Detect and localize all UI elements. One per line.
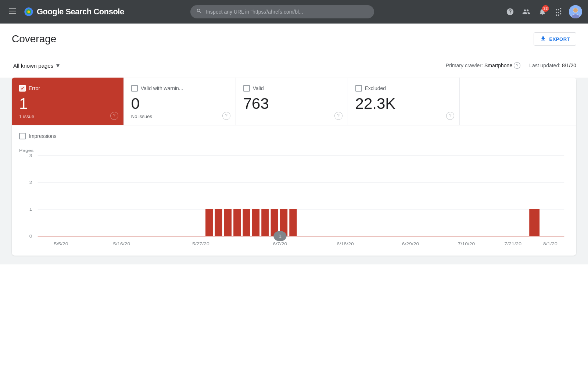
excluded-checkbox[interactable] <box>355 85 362 92</box>
export-button[interactable]: EXPORT <box>534 32 576 46</box>
svg-rect-21 <box>205 209 213 236</box>
search-icon <box>196 8 202 15</box>
svg-rect-24 <box>233 209 241 236</box>
error-sub: 1 issue <box>19 114 116 119</box>
valid-help-icon[interactable]: ? <box>334 112 343 120</box>
coverage-chart: Pages 3 2 1 0 <box>19 147 569 250</box>
primary-crawler-info: Primary crawler: Smartphone ? <box>446 62 520 69</box>
error-count: 1 <box>19 96 116 111</box>
svg-rect-27 <box>261 209 269 236</box>
valid-warning-card-label: Valid with warnin... <box>141 85 183 91</box>
svg-text:2: 2 <box>29 180 32 185</box>
app-name: Google Search Console <box>37 7 124 17</box>
svg-point-5 <box>28 11 30 13</box>
error-card-header: Error <box>19 85 116 92</box>
svg-rect-26 <box>252 209 259 236</box>
valid-warning-count: 0 <box>131 96 228 111</box>
svg-rect-25 <box>243 209 250 236</box>
filter-meta: Primary crawler: Smartphone ? Last updat… <box>446 62 576 69</box>
valid-warning-status-card[interactable]: Valid with warnin... 0 No issues ? <box>124 78 236 125</box>
error-card-label: Error <box>29 85 40 91</box>
svg-text:6/29/20: 6/29/20 <box>402 242 419 246</box>
excluded-help-icon[interactable]: ? <box>446 112 454 120</box>
status-cards: Error 1 1 issue ? Valid with warnin... 0… <box>12 78 576 125</box>
error-checkbox[interactable] <box>19 85 26 92</box>
valid-checkbox[interactable] <box>243 85 250 92</box>
last-updated-info: Last updated: 8/1/20 <box>529 63 576 68</box>
primary-crawler-value: Smartphone <box>484 63 512 68</box>
svg-text:Pages: Pages <box>19 148 34 153</box>
excluded-status-card[interactable]: Excluded 22.3K ? <box>348 78 460 125</box>
hamburger-menu-icon[interactable] <box>6 4 19 19</box>
valid-status-card[interactable]: Valid 763 ? <box>236 78 348 125</box>
search-input[interactable] <box>206 9 368 15</box>
primary-crawler-help-icon[interactable]: ? <box>514 62 520 69</box>
manage-users-button[interactable] <box>519 4 534 19</box>
cards-section: Error 1 1 issue ? Valid with warnin... 0… <box>0 78 588 264</box>
cards-wrapper: Error 1 1 issue ? Valid with warnin... 0… <box>12 78 576 256</box>
valid-card-header: Valid <box>243 85 340 92</box>
page-filter-dropdown[interactable]: All known pages ▾ <box>12 59 61 72</box>
svg-rect-31 <box>529 209 539 236</box>
svg-point-9 <box>573 8 578 13</box>
svg-text:5/5/20: 5/5/20 <box>54 242 68 246</box>
url-inspect-search[interactable] <box>190 5 374 18</box>
svg-text:5/16/20: 5/16/20 <box>113 242 130 246</box>
excluded-card-label: Excluded <box>365 85 386 91</box>
svg-text:6/18/20: 6/18/20 <box>337 242 354 246</box>
chart-area: Impressions Pages 3 2 <box>12 125 576 256</box>
valid-warning-card-header: Valid with warnin... <box>131 85 228 92</box>
svg-text:5/27/20: 5/27/20 <box>192 242 209 246</box>
chart-legend: Impressions <box>19 133 569 139</box>
svg-text:6/7/20: 6/7/20 <box>273 242 287 246</box>
notifications-button[interactable]: 33 <box>535 4 550 19</box>
top-navigation: Google Search Console 33 <box>0 0 588 24</box>
notification-badge: 33 <box>542 5 549 12</box>
svg-text:8/1/20: 8/1/20 <box>543 242 557 246</box>
valid-count: 763 <box>243 96 340 111</box>
user-avatar[interactable] <box>569 5 582 18</box>
chart-container: Pages 3 2 1 0 <box>19 147 569 250</box>
svg-text:0: 0 <box>29 234 32 238</box>
excluded-card-header: Excluded <box>355 85 452 92</box>
filter-selected-value: All known pages <box>13 63 53 69</box>
svg-text:7/21/20: 7/21/20 <box>505 242 522 246</box>
app-logo: Google Search Console <box>24 7 124 17</box>
cards-spacer <box>459 78 576 125</box>
svg-rect-2 <box>9 13 16 14</box>
impressions-legend-checkbox[interactable] <box>19 133 26 139</box>
error-status-card[interactable]: Error 1 1 issue ? <box>12 78 124 125</box>
page-title: Coverage <box>12 33 56 45</box>
svg-rect-30 <box>289 209 297 236</box>
impressions-legend-label: Impressions <box>29 133 56 139</box>
excluded-count: 22.3K <box>355 96 452 111</box>
svg-text:1: 1 <box>279 234 282 239</box>
valid-warning-help-icon[interactable]: ? <box>222 112 230 120</box>
filter-bar: All known pages ▾ Primary crawler: Smart… <box>0 53 588 78</box>
apps-button[interactable] <box>551 4 566 19</box>
chevron-down-icon: ▾ <box>56 61 60 70</box>
svg-text:1: 1 <box>29 207 32 211</box>
svg-rect-1 <box>9 11 16 11</box>
valid-warning-checkbox[interactable] <box>131 85 138 92</box>
coverage-header: Coverage EXPORT <box>0 24 588 53</box>
last-updated-value: 8/1/20 <box>562 63 576 68</box>
main-content: Coverage EXPORT All known pages ▾ Primar… <box>0 24 588 374</box>
valid-card-label: Valid <box>253 85 264 91</box>
svg-text:3: 3 <box>29 153 32 158</box>
valid-warning-sub: No issues <box>131 114 228 119</box>
svg-rect-22 <box>215 209 222 236</box>
help-button[interactable] <box>503 4 517 19</box>
svg-rect-0 <box>9 8 16 9</box>
topnav-actions: 33 <box>503 4 582 19</box>
svg-text:7/10/20: 7/10/20 <box>458 242 475 246</box>
error-help-icon[interactable]: ? <box>110 112 118 120</box>
svg-rect-23 <box>224 209 232 236</box>
